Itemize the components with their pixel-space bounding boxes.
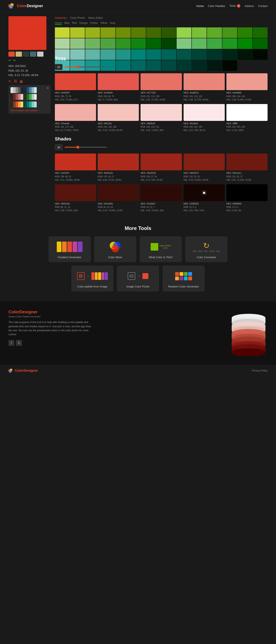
palette-mini-3[interactable]	[11, 94, 23, 100]
color-cell[interactable]	[162, 28, 176, 38]
color-mixer-card[interactable]: Color Mixer	[94, 236, 136, 262]
shades-slider[interactable]	[65, 147, 107, 148]
color-cell[interactable]	[177, 60, 191, 71]
color-cell[interactable]	[177, 28, 191, 38]
color-cell[interactable]	[253, 28, 267, 38]
color-converter-card[interactable]: ↻ HEX RGB HSL CMYK HSV Color Converter	[185, 236, 227, 262]
nav-addons[interactable]: Addons	[244, 4, 254, 8]
nav-palettes[interactable]: Color Palettes	[208, 4, 225, 8]
tint-6[interactable]: HEX: #f1aea6RGB: 241, 174, 166HSL: 6.4, …	[55, 104, 96, 132]
color-cell[interactable]	[162, 38, 176, 49]
color-cell[interactable]	[222, 28, 237, 38]
filter-blue[interactable]: Blue	[64, 22, 69, 25]
color-cell[interactable]	[253, 49, 267, 60]
palette-from-image-card[interactable]: 🖼 → Color palette from image	[71, 266, 113, 292]
color-cell[interactable]	[131, 28, 146, 38]
image-color-picker-card[interactable]: → Image Color Picker	[117, 266, 159, 292]
color-cell[interactable]	[70, 49, 85, 60]
edit-icon[interactable]: ▦	[20, 80, 23, 84]
tab-mass-editor[interactable]: Mass Editor	[88, 16, 103, 19]
filter-yellow[interactable]: Yellow	[100, 22, 107, 25]
facebook-icon[interactable]: f	[9, 340, 14, 346]
tint-10[interactable]: HEX: #ffffffRGB: 255, 255, 255HSL: 0, 0%…	[226, 104, 267, 132]
tint-1[interactable]: HEX: #e04937RGB: 224, 73, 55HSL: 6.39, 7…	[55, 73, 96, 102]
color-cell[interactable]	[238, 38, 252, 49]
swatch-3[interactable]	[23, 52, 29, 57]
color-cell[interactable]	[116, 28, 131, 38]
color-cell[interactable]	[207, 38, 222, 49]
undo-icon[interactable]: ↩	[9, 58, 11, 62]
color-cell[interactable]	[192, 38, 207, 49]
nav-tools[interactable]: Tools 8	[229, 4, 240, 8]
filter-red[interactable]: Red	[72, 22, 77, 25]
color-cell[interactable]	[85, 28, 100, 38]
color-cell[interactable]	[146, 49, 161, 60]
color-cell[interactable]	[192, 60, 207, 71]
shade-4[interactable]: HEX: #842014RGB: 132, 32, 20HSL: 6.43, 7…	[184, 154, 225, 182]
color-cell[interactable]	[146, 28, 161, 38]
color-cell[interactable]	[238, 28, 252, 38]
color-cell[interactable]	[131, 49, 146, 60]
color-cell[interactable]	[116, 60, 131, 71]
palette-mini-4[interactable]	[24, 94, 37, 100]
color-cell[interactable]	[222, 38, 237, 49]
color-cell[interactable]	[55, 28, 70, 38]
color-cell[interactable]	[146, 38, 161, 49]
color-cell[interactable]	[85, 38, 100, 49]
color-cell[interactable]	[177, 49, 191, 60]
tints-slider[interactable]	[65, 66, 107, 68]
tint-4[interactable]: HEX: #ea857aRGB: 234, 133, 122HSL: 5.89,…	[184, 73, 225, 102]
tint-8[interactable]: HEX: #f8d5d3RGB: 248, 214, 211HSL: 4.86,…	[141, 104, 182, 132]
palette-mini-1[interactable]	[11, 87, 23, 93]
color-cell[interactable]	[207, 28, 222, 38]
swatch-4[interactable]	[30, 52, 36, 57]
color-cell[interactable]	[222, 49, 237, 60]
color-cell[interactable]	[131, 60, 146, 71]
color-cell[interactable]	[207, 60, 222, 71]
color-preview[interactable]	[9, 16, 46, 50]
shade-2[interactable]: HEX: #b02a1bRGB: 176, 42, 27HSL: 6.04, 7…	[98, 154, 139, 182]
color-cell[interactable]	[177, 38, 191, 49]
popup-close[interactable]: ✕	[46, 86, 49, 90]
palette-mini-2[interactable]	[24, 87, 37, 93]
tab-color-picker[interactable]: Color Picker	[70, 16, 85, 19]
palette-mini-5[interactable]	[11, 102, 23, 108]
shade-3[interactable]: HEX: #9a2518RGB: 154, 37, 24HSL: 6.73, 7…	[141, 154, 182, 182]
color-cell[interactable]	[238, 49, 252, 60]
shade-7[interactable]: HEX: #42100aRGB: 66, 16, 10HSL: 6.43, 73…	[98, 184, 139, 212]
tint-2[interactable]: HEX: #e4564eRGB: 228, 86, 78HSL: 6, 73.5…	[98, 73, 139, 102]
shade-9[interactable]: ⬜ HEX: #160503RGB: 22, 5, 3HSL: 6.32, 76…	[184, 184, 225, 212]
filter-gray[interactable]: Gray	[110, 22, 115, 25]
color-cell[interactable]	[192, 49, 207, 60]
color-cell[interactable]	[70, 28, 85, 38]
color-cell[interactable]	[116, 38, 131, 49]
color-cell[interactable]	[100, 49, 115, 60]
color-cell[interactable]	[100, 28, 115, 38]
shade-5[interactable]: HEX: #6e1a11RGB: 110, 26, 17HSL: 5.81, 7…	[226, 154, 267, 182]
gradient-generator-card[interactable]: Gradient Generator	[49, 236, 91, 262]
palette-mini-6[interactable]	[24, 102, 37, 108]
color-cell[interactable]	[55, 38, 70, 49]
color-cell[interactable]	[116, 49, 131, 60]
shade-8[interactable]: HEX: #2c0b07RGB: 44, 11, 7HSL: 6.49, 72.…	[141, 184, 182, 212]
shade-1[interactable]: HEX: #c6301fRGB: 198, 48, 31HSL: 6.11, 7…	[55, 154, 96, 182]
tint-7[interactable]: HEX: #f5c2bcRGB: 245, 194, 188HSL: 6.32,…	[98, 104, 139, 132]
color-cell[interactable]	[131, 38, 146, 49]
filter-green[interactable]: Green	[55, 22, 62, 25]
swatch-2[interactable]	[16, 52, 22, 57]
find-palette-btn[interactable]: Find a starter color palette →	[11, 109, 49, 112]
color-cell[interactable]	[222, 60, 237, 71]
refresh-icon[interactable]: ↻	[9, 80, 11, 84]
shade-10[interactable]: HEX: #000000RGB: 0, 0, 0HSL: 0, 0%, 0%	[226, 184, 267, 212]
shade-6[interactable]: HEX: #58150eRGB: 88, 21, 14HSL: 5.68, 72…	[55, 184, 96, 212]
color-cell[interactable]	[70, 38, 85, 49]
filter-purple[interactable]: Purple	[90, 22, 97, 25]
nav-contact[interactable]: Contact	[258, 4, 267, 8]
tint-5[interactable]: HEX: #ee9b90RGB: 238, 154, 144HSL: 6.38,…	[226, 73, 267, 102]
color-cell[interactable]	[85, 49, 100, 60]
tab-swatches[interactable]: Swatches	[55, 16, 67, 19]
color-cell[interactable]	[253, 38, 267, 49]
bottom-logo[interactable]: ColorDesigner	[9, 368, 38, 373]
color-cell[interactable]	[207, 49, 222, 60]
color-cell[interactable]	[162, 60, 176, 71]
